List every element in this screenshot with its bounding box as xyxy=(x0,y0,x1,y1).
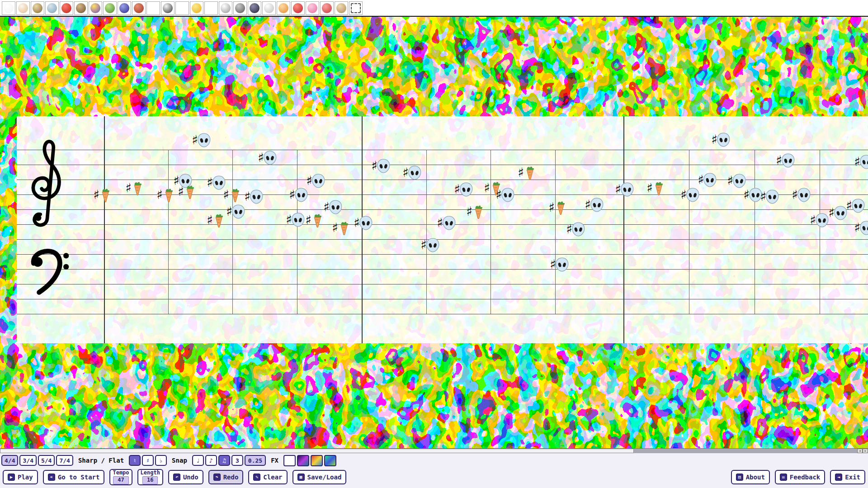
time-sig-5-4[interactable]: 5/4 xyxy=(38,455,55,466)
note-carrot[interactable]: ♯ xyxy=(156,188,175,202)
note-alien[interactable]: ♯ xyxy=(495,188,514,202)
snap-triplet-button[interactable]: 3 xyxy=(231,455,243,466)
note-alien[interactable]: ♯ xyxy=(354,216,373,230)
note-carrot[interactable]: ♯ xyxy=(332,221,351,235)
dolphin-icon[interactable] xyxy=(306,1,319,15)
time-sig-4-4[interactable]: 4/4 xyxy=(1,455,18,466)
note-alien[interactable]: ♯ xyxy=(810,213,829,227)
horizontal-scrollbar[interactable]: ◂ ▸ xyxy=(0,448,868,453)
brick-icon[interactable] xyxy=(132,1,146,15)
note-alien[interactable]: ♯ xyxy=(727,174,746,188)
snap-value[interactable]: 0.25 xyxy=(245,455,266,466)
moon-icon[interactable] xyxy=(118,1,131,15)
time-sig-7-4[interactable]: 7/4 xyxy=(56,455,73,466)
note-alien[interactable]: ♯ xyxy=(289,188,308,202)
note-alien[interactable]: ♯ xyxy=(760,190,779,204)
candy-icon[interactable] xyxy=(320,1,334,15)
note-alien[interactable]: ♯ xyxy=(286,213,305,227)
skeleton-icon[interactable] xyxy=(219,1,232,15)
snap-sixteenth-button[interactable]: ♫ xyxy=(218,455,230,466)
selection-tool[interactable] xyxy=(349,1,363,15)
note-alien[interactable]: ♯ xyxy=(402,166,421,180)
note-alien[interactable]: ♯ xyxy=(244,190,263,204)
accidental-natural-button[interactable]: ♮ xyxy=(129,455,141,466)
note-carrot[interactable]: ♯ xyxy=(207,213,226,227)
fx-none[interactable] xyxy=(283,455,296,466)
magician-icon[interactable] xyxy=(248,1,261,15)
note-carrot[interactable]: ♯ xyxy=(466,204,485,219)
note-alien[interactable]: ♯ xyxy=(711,133,730,147)
play-button[interactable]: ▶ Play xyxy=(3,470,38,484)
owl-icon[interactable] xyxy=(74,1,88,15)
snap-quarter-button[interactable]: ♩ xyxy=(192,455,204,466)
tempo-value[interactable]: 47 xyxy=(113,476,128,484)
strawberry-icon[interactable] xyxy=(291,1,305,15)
note-alien[interactable]: ♯ xyxy=(854,155,868,169)
fish-icon[interactable] xyxy=(45,1,59,15)
scroll-right-button[interactable]: ▸ xyxy=(863,449,868,453)
accidental-sharp-button[interactable]: ♯ xyxy=(142,455,154,466)
blank-slot-3[interactable] xyxy=(204,1,218,15)
note-alien[interactable]: ♯ xyxy=(743,188,762,202)
save-load-button[interactable]: ▦ Save/Load xyxy=(292,470,347,484)
cat-icon[interactable] xyxy=(262,1,276,15)
note-alien[interactable]: ♯ xyxy=(680,188,699,202)
fx-swirl-purple[interactable] xyxy=(297,455,309,466)
note-alien[interactable]: ♯ xyxy=(323,200,342,214)
note-alien[interactable]: ♯ xyxy=(226,204,245,219)
blank-tool[interactable] xyxy=(2,1,15,15)
exit-button[interactable]: ⇥ Exit xyxy=(830,470,865,484)
rainbow-icon[interactable] xyxy=(89,1,102,15)
note-alien[interactable]: ♯ xyxy=(437,216,456,230)
accidental-flat-button[interactable]: ♭ xyxy=(155,455,167,466)
about-button[interactable]: ▤ About xyxy=(731,470,770,484)
note-alien[interactable]: ♯ xyxy=(792,188,811,202)
note-carrot[interactable]: ♯ xyxy=(93,188,112,202)
undo-button[interactable]: ↶ Undo xyxy=(168,470,203,484)
note-carrot[interactable]: ♯ xyxy=(125,181,144,195)
note-carrot[interactable]: ♯ xyxy=(646,181,665,195)
blank-slot-1[interactable] xyxy=(146,1,160,15)
note-carrot[interactable]: ♯ xyxy=(548,200,567,215)
snail-icon[interactable] xyxy=(31,1,44,15)
feedback-button[interactable]: ✉ Feedback xyxy=(775,470,825,484)
scrollbar-thumb[interactable] xyxy=(0,449,634,453)
note-alien[interactable]: ♯ xyxy=(615,182,634,197)
length-value[interactable]: 16 xyxy=(142,476,158,484)
note-carrot[interactable]: ♯ xyxy=(223,188,242,202)
tempo-field[interactable]: Tempo 47 xyxy=(109,469,132,485)
note-alien[interactable]: ♯ xyxy=(550,257,569,272)
skull-icon[interactable] xyxy=(161,1,175,15)
snap-eighth-button[interactable]: ♪ xyxy=(205,455,217,466)
note-alien[interactable]: ♯ xyxy=(306,174,325,188)
note-alien[interactable]: ♯ xyxy=(585,198,604,212)
note-alien[interactable]: ♯ xyxy=(454,182,473,197)
car-icon[interactable] xyxy=(60,1,73,15)
note-alien[interactable]: ♯ xyxy=(371,159,390,173)
length-field[interactable]: Length 16 xyxy=(137,469,163,485)
fx-swirl-rainbow[interactable] xyxy=(311,455,323,466)
ice-cream-icon[interactable] xyxy=(16,1,30,15)
raccoon-icon[interactable] xyxy=(233,1,247,15)
go-to-start-button[interactable]: « Go to Start xyxy=(43,470,105,484)
star-icon[interactable] xyxy=(190,1,203,15)
scroll-left-button[interactable]: ◂ xyxy=(857,449,863,453)
note-alien[interactable]: ♯ xyxy=(192,133,211,147)
frog-icon[interactable] xyxy=(103,1,117,15)
note-carrot[interactable]: ♯ xyxy=(518,166,537,180)
clear-button[interactable]: ✎ Clear xyxy=(248,470,287,484)
note-carrot[interactable]: ♯ xyxy=(305,213,324,227)
note-alien[interactable]: ♯ xyxy=(566,222,585,237)
note-alien[interactable]: ♯ xyxy=(854,221,868,235)
hamster-icon[interactable] xyxy=(277,1,290,15)
note-alien[interactable]: ♯ xyxy=(846,199,865,213)
redo-button[interactable]: ↷ Redo xyxy=(208,470,244,484)
note-alien[interactable]: ♯ xyxy=(258,151,277,165)
note-alien[interactable]: ♯ xyxy=(698,173,717,187)
blank-slot-2[interactable] xyxy=(175,1,189,15)
note-alien[interactable]: ♯ xyxy=(420,238,439,252)
fx-swirl-green[interactable] xyxy=(324,455,336,466)
note-alien[interactable]: ♯ xyxy=(776,153,795,168)
note-alien[interactable]: ♯ xyxy=(828,206,847,220)
bean-icon[interactable] xyxy=(335,1,348,15)
